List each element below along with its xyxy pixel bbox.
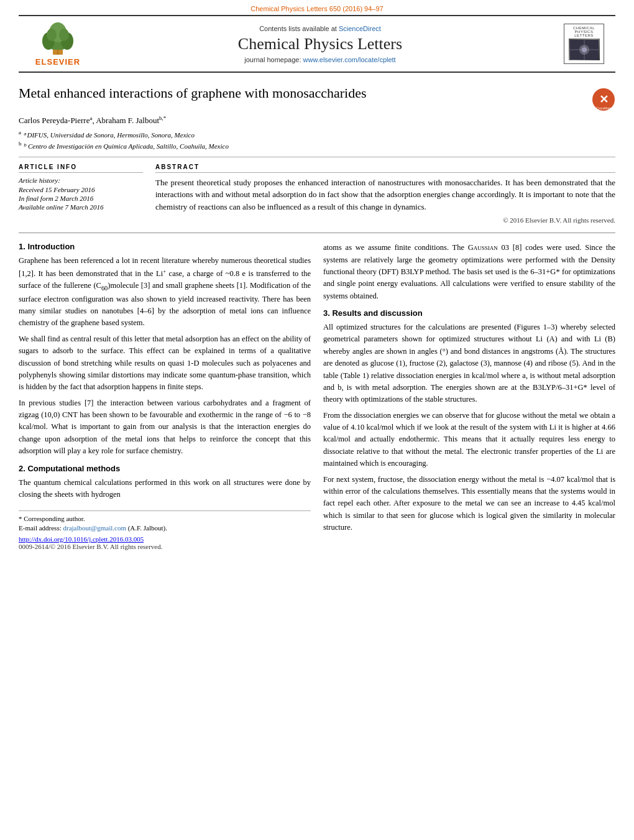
journal-header-top: Chemical Physics Letters 650 (2016) 94–9…: [0, 0, 634, 15]
section-heading-methods: 2. Computational methods: [19, 464, 311, 473]
cpl-logo-top: CHEMICALPHYSICSLETTERS: [573, 26, 595, 37]
issn-line: 0009-2614/© 2016 Elsevier B.V. All right…: [19, 543, 311, 550]
journal-ref: Chemical Physics Letters 650 (2016) 94–9…: [250, 5, 383, 12]
abstract-title: ABSTRACT: [155, 164, 615, 173]
email-link[interactable]: drajalbout@gmail.com: [63, 524, 126, 532]
corresponding-label: * Corresponding author.: [19, 515, 311, 522]
intro-para-1: Graphene has been referenced a lot in re…: [19, 255, 311, 330]
elsevier-label: ELSEVIER: [35, 57, 80, 67]
results-para-1: All optimized structures for the calcula…: [323, 321, 615, 406]
svg-point-6: [59, 29, 69, 41]
svg-text:✕: ✕: [599, 93, 609, 106]
article-title: Metal enhanced interactions of graphene …: [19, 85, 586, 101]
header-center: Contents lists available at ScienceDirec…: [86, 25, 554, 63]
affiliations: a ᵃ DIFUS, Universidad de Sonora, Hermos…: [19, 129, 615, 150]
col-left: 1. Introduction Graphene has been refere…: [19, 242, 311, 550]
elsevier-logo: ELSEVIER: [30, 21, 86, 67]
homepage-url[interactable]: www.elsevier.com/locate/cplett: [303, 56, 396, 63]
intro-para-2: We shall find as central result of this …: [19, 333, 311, 394]
journal-title: Chemical Physics Letters: [86, 35, 554, 53]
footnote-area: * Corresponding author. E-mail address: …: [19, 510, 311, 550]
final-form-date: In final form 2 March 2016: [19, 195, 143, 202]
section-heading-intro: 1. Introduction: [19, 242, 311, 251]
article-info-abstract: ARTICLE INFO Article history: Received 1…: [19, 157, 615, 224]
history-label: Article history:: [19, 177, 143, 184]
page: Chemical Physics Letters 650 (2016) 94–9…: [0, 0, 634, 840]
article-content: Metal enhanced interactions of graphene …: [0, 73, 634, 563]
results-para-2: From the dissociation energies we can ob…: [323, 410, 615, 470]
copyright-line: © 2016 Elsevier B.V. All rights reserved…: [155, 216, 615, 224]
svg-point-5: [47, 29, 57, 41]
results-para-3: For next system, fructose, the dissociat…: [323, 474, 615, 534]
header-box: ELSEVIER Contents lists available at Sci…: [19, 15, 615, 73]
elsevier-tree-icon: [39, 21, 76, 55]
authors: Carlos Pereyda-Pierrea, Abraham F. Jalbo…: [19, 115, 615, 126]
col-right: atoms as we assume finite conditions. Th…: [323, 242, 615, 550]
body-columns: 1. Introduction Graphene has been refere…: [19, 233, 615, 550]
affiliation-a: a ᵃ DIFUS, Universidad de Sonora, Hermos…: [19, 129, 615, 139]
svg-text:CrossMark: CrossMark: [596, 106, 612, 110]
section-heading-results: 3. Results and discussion: [323, 308, 615, 318]
doi-link[interactable]: http://dx.doi.org/10.1016/j.cplett.2016.…: [19, 535, 144, 543]
abstract-section: ABSTRACT The present theoretical study p…: [155, 164, 615, 224]
received-date: Received 15 February 2016: [19, 186, 143, 193]
intro-para-3: In previous studies [7] the interaction …: [19, 397, 311, 458]
journal-logo-right: CHEMICALPHYSICSLETTERS: [554, 24, 604, 64]
article-title-section: Metal enhanced interactions of graphene …: [19, 85, 615, 111]
sciencedirect-link[interactable]: ScienceDirect: [339, 25, 381, 32]
article-info-title: ARTICLE INFO: [19, 164, 143, 173]
article-info: ARTICLE INFO Article history: Received 1…: [19, 164, 143, 224]
cpl-logo-image: [569, 39, 600, 60]
available-date: Available online 7 March 2016: [19, 203, 143, 211]
affiliation-b: b ᵇ Centro de Investigación en Química A…: [19, 141, 615, 150]
sciencedirect-line: Contents lists available at ScienceDirec…: [86, 25, 554, 32]
methods-para-1: The quantum chemical calculations perfor…: [19, 477, 311, 501]
journal-homepage: journal homepage: www.elsevier.com/locat…: [86, 56, 554, 63]
methods-para-continuation: atoms as we assume finite conditions. Th…: [323, 242, 615, 302]
doi-line: http://dx.doi.org/10.1016/j.cplett.2016.…: [19, 535, 311, 543]
abstract-text: The present theoretical study proposes t…: [155, 177, 615, 213]
cpl-logo-box: CHEMICALPHYSICSLETTERS: [564, 24, 604, 64]
crossmark-icon: ✕ CrossMark: [592, 88, 615, 111]
email-line: E-mail address: drajalbout@gmail.com (A.…: [19, 524, 311, 532]
